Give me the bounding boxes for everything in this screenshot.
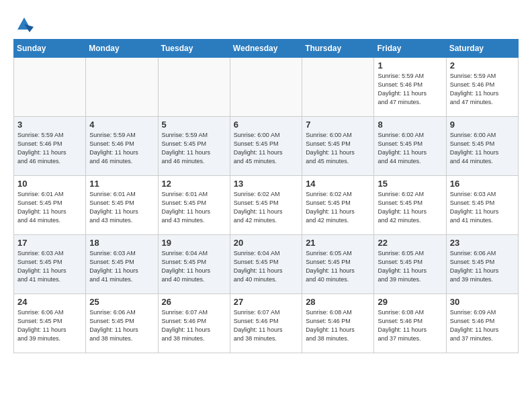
day-number: 30 <box>450 297 515 307</box>
day-info: Sunrise: 6:02 AM Sunset: 5:45 PM Dayligh… <box>234 190 298 225</box>
week-row-1: 1Sunrise: 5:59 AM Sunset: 5:46 PM Daylig… <box>14 58 519 117</box>
calendar-cell: 29Sunrise: 6:08 AM Sunset: 5:46 PM Dayli… <box>374 294 446 353</box>
calendar-cell: 23Sunrise: 6:06 AM Sunset: 5:45 PM Dayli… <box>446 235 518 294</box>
calendar-cell: 22Sunrise: 6:05 AM Sunset: 5:45 PM Dayli… <box>374 235 446 294</box>
weekday-header-sunday: Sunday <box>14 40 86 58</box>
day-info: Sunrise: 5:59 AM Sunset: 5:46 PM Dayligh… <box>17 131 82 166</box>
weekday-header-row: SundayMondayTuesdayWednesdayThursdayFrid… <box>14 40 519 58</box>
calendar-cell: 16Sunrise: 6:03 AM Sunset: 5:45 PM Dayli… <box>446 176 518 235</box>
day-number: 14 <box>306 179 370 189</box>
day-number: 28 <box>306 297 370 307</box>
day-info: Sunrise: 6:00 AM Sunset: 5:45 PM Dayligh… <box>306 131 370 166</box>
day-number: 7 <box>306 120 370 130</box>
day-info: Sunrise: 5:59 AM Sunset: 5:46 PM Dayligh… <box>450 72 515 107</box>
calendar-cell: 17Sunrise: 6:03 AM Sunset: 5:45 PM Dayli… <box>14 235 86 294</box>
page: SundayMondayTuesdayWednesdayThursdayFrid… <box>0 0 532 367</box>
calendar-cell: 11Sunrise: 6:01 AM Sunset: 5:45 PM Dayli… <box>86 176 158 235</box>
calendar-cell: 5Sunrise: 5:59 AM Sunset: 5:45 PM Daylig… <box>158 117 230 176</box>
day-info: Sunrise: 6:01 AM Sunset: 5:45 PM Dayligh… <box>89 190 154 225</box>
day-number: 25 <box>89 297 154 307</box>
week-row-5: 24Sunrise: 6:06 AM Sunset: 5:45 PM Dayli… <box>14 294 519 353</box>
calendar-cell: 1Sunrise: 5:59 AM Sunset: 5:46 PM Daylig… <box>374 58 446 117</box>
day-number: 3 <box>17 120 82 130</box>
calendar-cell: 27Sunrise: 6:07 AM Sunset: 5:46 PM Dayli… <box>230 294 302 353</box>
day-info: Sunrise: 6:03 AM Sunset: 5:45 PM Dayligh… <box>450 190 515 225</box>
day-info: Sunrise: 6:00 AM Sunset: 5:45 PM Dayligh… <box>378 131 442 166</box>
day-number: 6 <box>234 120 298 130</box>
day-number: 15 <box>378 179 442 189</box>
day-number: 5 <box>162 120 226 130</box>
calendar-cell: 28Sunrise: 6:08 AM Sunset: 5:46 PM Dayli… <box>302 294 374 353</box>
calendar-cell: 9Sunrise: 6:00 AM Sunset: 5:45 PM Daylig… <box>446 117 518 176</box>
day-info: Sunrise: 6:05 AM Sunset: 5:45 PM Dayligh… <box>306 249 370 284</box>
day-info: Sunrise: 6:04 AM Sunset: 5:45 PM Dayligh… <box>234 249 298 284</box>
day-info: Sunrise: 6:00 AM Sunset: 5:45 PM Dayligh… <box>450 131 515 166</box>
day-number: 17 <box>17 238 82 248</box>
day-number: 27 <box>234 297 298 307</box>
calendar-cell: 24Sunrise: 6:06 AM Sunset: 5:45 PM Dayli… <box>14 294 86 353</box>
day-number: 11 <box>89 179 154 189</box>
day-number: 16 <box>450 179 515 189</box>
day-number: 21 <box>306 238 370 248</box>
calendar-cell: 30Sunrise: 6:09 AM Sunset: 5:46 PM Dayli… <box>446 294 518 353</box>
day-number: 29 <box>378 297 442 307</box>
week-row-4: 17Sunrise: 6:03 AM Sunset: 5:45 PM Dayli… <box>14 235 519 294</box>
logo-icon <box>15 13 34 32</box>
day-number: 23 <box>450 238 515 248</box>
calendar-cell <box>230 58 302 117</box>
day-info: Sunrise: 6:06 AM Sunset: 5:45 PM Dayligh… <box>17 308 82 343</box>
week-row-3: 10Sunrise: 6:01 AM Sunset: 5:45 PM Dayli… <box>14 176 519 235</box>
calendar-cell: 21Sunrise: 6:05 AM Sunset: 5:45 PM Dayli… <box>302 235 374 294</box>
day-info: Sunrise: 5:59 AM Sunset: 5:46 PM Dayligh… <box>378 72 442 107</box>
day-info: Sunrise: 6:02 AM Sunset: 5:45 PM Dayligh… <box>306 190 370 225</box>
calendar-cell <box>158 58 230 117</box>
day-info: Sunrise: 6:09 AM Sunset: 5:46 PM Dayligh… <box>450 308 515 343</box>
day-info: Sunrise: 5:59 AM Sunset: 5:45 PM Dayligh… <box>162 131 226 166</box>
calendar-cell: 15Sunrise: 6:02 AM Sunset: 5:45 PM Dayli… <box>374 176 446 235</box>
calendar-cell: 2Sunrise: 5:59 AM Sunset: 5:46 PM Daylig… <box>446 58 518 117</box>
day-info: Sunrise: 5:59 AM Sunset: 5:46 PM Dayligh… <box>89 131 154 166</box>
calendar-cell: 10Sunrise: 6:01 AM Sunset: 5:45 PM Dayli… <box>14 176 86 235</box>
day-info: Sunrise: 6:03 AM Sunset: 5:45 PM Dayligh… <box>89 249 154 284</box>
weekday-header-saturday: Saturday <box>446 40 518 58</box>
weekday-header-tuesday: Tuesday <box>158 40 230 58</box>
calendar-cell: 20Sunrise: 6:04 AM Sunset: 5:45 PM Dayli… <box>230 235 302 294</box>
day-number: 22 <box>378 238 442 248</box>
day-info: Sunrise: 6:08 AM Sunset: 5:46 PM Dayligh… <box>378 308 442 343</box>
calendar-cell: 19Sunrise: 6:04 AM Sunset: 5:45 PM Dayli… <box>158 235 230 294</box>
header <box>13 11 519 32</box>
day-number: 2 <box>450 60 515 71</box>
weekday-header-monday: Monday <box>86 40 158 58</box>
calendar-cell: 7Sunrise: 6:00 AM Sunset: 5:45 PM Daylig… <box>302 117 374 176</box>
calendar-cell: 26Sunrise: 6:07 AM Sunset: 5:46 PM Dayli… <box>158 294 230 353</box>
day-number: 10 <box>17 179 82 189</box>
day-info: Sunrise: 6:04 AM Sunset: 5:45 PM Dayligh… <box>162 249 226 284</box>
weekday-header-wednesday: Wednesday <box>230 40 302 58</box>
day-info: Sunrise: 6:03 AM Sunset: 5:45 PM Dayligh… <box>17 249 82 284</box>
day-info: Sunrise: 6:07 AM Sunset: 5:46 PM Dayligh… <box>234 308 298 343</box>
weekday-header-friday: Friday <box>374 40 446 58</box>
day-number: 12 <box>162 179 226 189</box>
day-info: Sunrise: 6:06 AM Sunset: 5:45 PM Dayligh… <box>450 249 515 284</box>
logo <box>13 13 34 32</box>
day-number: 8 <box>378 120 442 130</box>
calendar-cell: 25Sunrise: 6:06 AM Sunset: 5:45 PM Dayli… <box>86 294 158 353</box>
calendar-cell: 3Sunrise: 5:59 AM Sunset: 5:46 PM Daylig… <box>14 117 86 176</box>
calendar-cell: 13Sunrise: 6:02 AM Sunset: 5:45 PM Dayli… <box>230 176 302 235</box>
day-number: 20 <box>234 238 298 248</box>
day-number: 9 <box>450 120 515 130</box>
calendar: SundayMondayTuesdayWednesdayThursdayFrid… <box>13 39 519 353</box>
calendar-cell <box>86 58 158 117</box>
day-number: 26 <box>162 297 226 307</box>
calendar-cell: 4Sunrise: 5:59 AM Sunset: 5:46 PM Daylig… <box>86 117 158 176</box>
calendar-cell: 8Sunrise: 6:00 AM Sunset: 5:45 PM Daylig… <box>374 117 446 176</box>
day-info: Sunrise: 6:06 AM Sunset: 5:45 PM Dayligh… <box>89 308 154 343</box>
day-number: 18 <box>89 238 154 248</box>
day-info: Sunrise: 6:00 AM Sunset: 5:45 PM Dayligh… <box>234 131 298 166</box>
day-info: Sunrise: 6:01 AM Sunset: 5:45 PM Dayligh… <box>162 190 226 225</box>
day-info: Sunrise: 6:08 AM Sunset: 5:46 PM Dayligh… <box>306 308 370 343</box>
calendar-cell <box>302 58 374 117</box>
day-number: 24 <box>17 297 82 307</box>
calendar-cell <box>14 58 86 117</box>
week-row-2: 3Sunrise: 5:59 AM Sunset: 5:46 PM Daylig… <box>14 117 519 176</box>
